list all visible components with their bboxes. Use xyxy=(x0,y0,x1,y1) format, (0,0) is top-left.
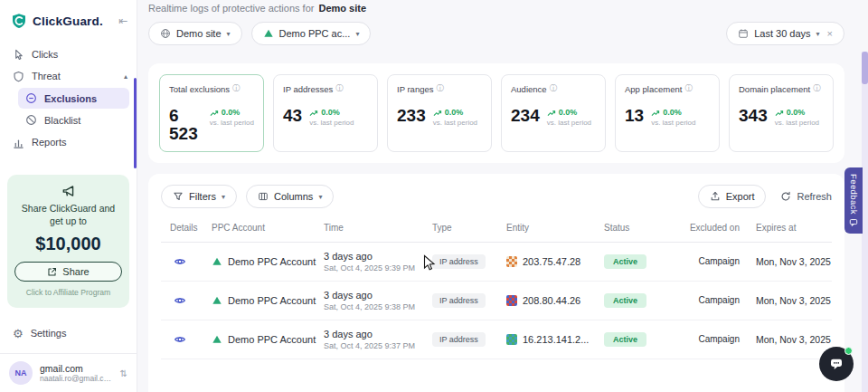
stat-trend: 0.0% vs. last period xyxy=(309,107,354,127)
export-icon xyxy=(710,191,721,202)
stat-change-value: 0.0% xyxy=(663,108,682,117)
entity-flag-icon xyxy=(506,334,517,345)
feedback-tab[interactable]: Feedback xyxy=(844,167,863,234)
view-details-button[interactable] xyxy=(172,253,188,270)
time-cell: 3 days ago Sat, Oct 4, 2025 9:38 PM xyxy=(315,290,423,311)
subtitle-site: Demo site xyxy=(318,3,366,14)
stat-value: 343 xyxy=(739,107,768,125)
chevron-down-icon: ▾ xyxy=(355,30,359,38)
entity-value: 208.80.44.26 xyxy=(523,295,580,306)
promo-title: Share ClickGuard and get up to xyxy=(14,202,122,227)
user-name: gmail.com xyxy=(40,363,113,374)
affiliate-program-link[interactable]: Click to Affiliate Program xyxy=(14,288,122,297)
online-status-dot xyxy=(844,347,853,355)
stat-label-row: Total exclusions ⓘ xyxy=(169,83,254,94)
expires-at-cell: Mon, Nov 3, 2025 xyxy=(740,295,832,306)
stat-card[interactable]: Audience ⓘ 234 0.0% vs. last period xyxy=(501,74,606,152)
refresh-icon xyxy=(780,191,791,202)
time-cell: 3 days ago Sat, Oct 4, 2025 9:39 PM xyxy=(315,251,423,272)
chat-widget-button[interactable] xyxy=(819,347,854,381)
stat-trend: 0.0% vs. last period xyxy=(775,107,819,127)
stat-card[interactable]: Domain placement ⓘ 343 0.0% vs. last per… xyxy=(729,74,834,152)
user-account[interactable]: NA gmail.com naatali.ro@gmail.com ⇅ xyxy=(0,353,137,392)
refresh-button[interactable]: Refresh xyxy=(780,191,832,202)
stat-period: vs. last period xyxy=(775,119,819,127)
sidebar-collapse-icon[interactable]: ⇤ xyxy=(118,14,127,27)
site-filter[interactable]: Demo site ▾ xyxy=(148,22,242,45)
time-relative: 3 days ago xyxy=(324,329,423,339)
filter-row: Demo site ▾ Demo PPC ac... ▾ Last 30 day… xyxy=(148,22,844,45)
trend-up-icon xyxy=(547,109,556,117)
stat-value: 13 xyxy=(625,107,644,125)
filters-button[interactable]: Filters ▾ xyxy=(161,185,237,208)
details-cell xyxy=(161,253,203,270)
account-filter[interactable]: Demo PPC ac... ▾ xyxy=(251,22,372,45)
stat-label: Domain placement xyxy=(739,84,810,94)
table-row: Demo PPC Account 3 days ago Sat, Oct 4, … xyxy=(161,320,832,359)
sidebar-item-exclusions[interactable]: Exclusions xyxy=(18,88,129,109)
stat-change-value: 0.0% xyxy=(321,108,340,117)
stat-card[interactable]: App placement ⓘ 13 0.0% vs. last period xyxy=(615,74,720,152)
export-button[interactable]: Export xyxy=(698,185,767,208)
ban-icon xyxy=(25,114,37,126)
info-icon[interactable]: ⓘ xyxy=(550,83,558,94)
table-row: Demo PPC Account 3 days ago Sat, Oct 4, … xyxy=(161,243,832,282)
time-relative: 3 days ago xyxy=(324,290,423,301)
expires-at-cell: Mon, Nov 3, 2025 xyxy=(740,256,832,267)
stat-label-row: App placement ⓘ xyxy=(625,83,710,94)
clear-date-icon[interactable]: × xyxy=(827,28,833,39)
nav-label-threat: Threat xyxy=(32,71,61,81)
entity-flag-icon xyxy=(506,256,517,267)
stat-card[interactable]: Total exclusions ⓘ 6 523 0.0% vs. last p… xyxy=(159,74,264,152)
nav-label-blacklist: Blacklist xyxy=(44,115,80,126)
entity-value: 203.75.47.28 xyxy=(523,256,580,267)
chevron-down-icon: ▾ xyxy=(816,30,820,38)
share-button-label: Share xyxy=(62,266,89,277)
eye-icon xyxy=(174,294,186,307)
stats-summary: Total exclusions ⓘ 6 523 0.0% vs. last p… xyxy=(148,63,844,163)
col-ppc-account: PPC Account xyxy=(203,223,315,234)
stat-value: 234 xyxy=(511,107,540,125)
stat-card[interactable]: IP ranges ⓘ 233 0.0% vs. last period xyxy=(387,74,492,152)
table-header: Details PPC Account Time Type Entity Sta… xyxy=(161,223,832,243)
refresh-label: Refresh xyxy=(797,191,832,202)
stat-value-row: 234 0.0% vs. last period xyxy=(511,107,596,127)
avatar: NA xyxy=(9,361,33,385)
info-icon[interactable]: ⓘ xyxy=(437,83,445,94)
sidebar-item-threat[interactable]: Threat ▴ xyxy=(0,65,137,87)
info-icon[interactable]: ⓘ xyxy=(684,83,693,94)
date-range-filter[interactable]: Last 30 days ▾ × xyxy=(726,22,844,45)
stat-change: 0.0% xyxy=(651,108,695,117)
account-filter-label: Demo PPC ac... xyxy=(279,28,351,39)
share-icon xyxy=(47,267,57,277)
sidebar-item-blacklist[interactable]: Blacklist xyxy=(18,110,129,130)
columns-icon xyxy=(258,191,269,202)
stat-label: Audience xyxy=(511,84,547,94)
entity-flag-icon xyxy=(506,295,517,306)
share-button[interactable]: Share xyxy=(14,262,122,282)
view-details-button[interactable] xyxy=(172,331,188,348)
sidebar-item-reports[interactable]: Reports xyxy=(0,131,137,153)
sidebar-item-clicks[interactable]: Clicks xyxy=(0,43,137,65)
stat-change-value: 0.0% xyxy=(787,108,806,117)
site-filter-label: Demo site xyxy=(176,28,222,39)
stat-period: vs. last period xyxy=(433,119,477,127)
info-icon[interactable]: ⓘ xyxy=(813,83,821,94)
info-icon[interactable]: ⓘ xyxy=(232,83,241,94)
stat-change: 0.0% xyxy=(309,108,354,117)
stat-trend: 0.0% vs. last period xyxy=(210,107,254,127)
columns-button[interactable]: Columns ▾ xyxy=(246,185,334,208)
chevron-down-icon: ▾ xyxy=(227,30,231,38)
stat-value-row: 343 0.0% vs. last period xyxy=(739,107,824,127)
trend-up-icon xyxy=(210,109,219,117)
stat-value-row: 233 0.0% vs. last period xyxy=(397,107,482,127)
info-icon[interactable]: ⓘ xyxy=(335,83,344,94)
stat-card[interactable]: IP addresses ⓘ 43 0.0% vs. last period xyxy=(273,74,378,152)
view-details-button[interactable] xyxy=(172,292,188,309)
type-badge: IP address xyxy=(432,332,486,347)
sidebar-item-settings[interactable]: ⚙ Settings xyxy=(0,322,137,344)
table-toolbar: Filters ▾ Columns ▾ Export xyxy=(161,185,832,208)
scrollbar-thumb[interactable] xyxy=(862,52,868,84)
chevron-down-icon: ▾ xyxy=(318,193,322,201)
col-entity: Entity xyxy=(497,223,595,234)
